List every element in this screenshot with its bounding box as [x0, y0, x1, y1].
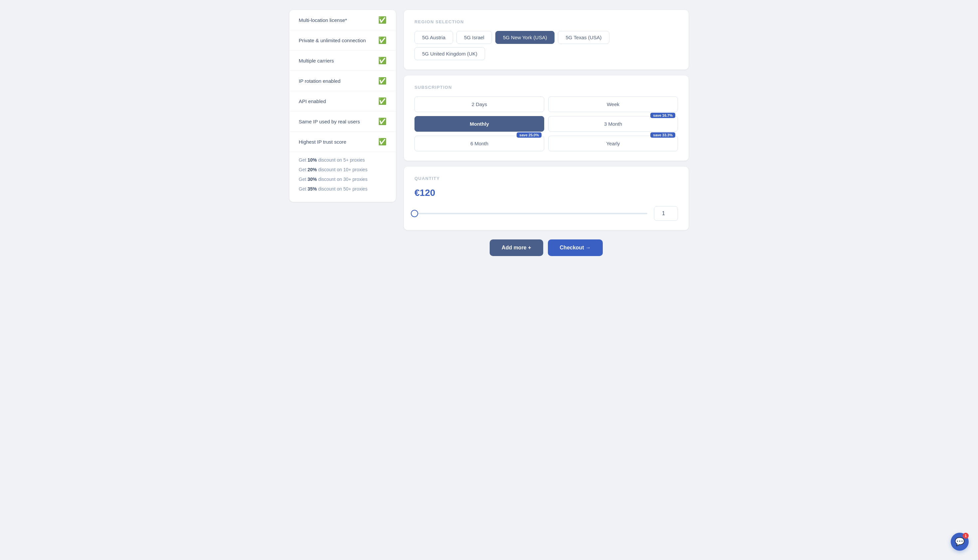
- feature-label: Multiple carriers: [299, 58, 334, 63]
- subscription-section-title: SUBSCRIPTION: [414, 85, 678, 90]
- chat-bubble[interactable]: 💬 1: [951, 533, 969, 551]
- check-icon: ✅: [378, 138, 387, 146]
- check-icon: ✅: [378, 36, 387, 44]
- region-selection-card: REGION SELECTION 5G Austria5G Israel5G N…: [404, 10, 689, 70]
- action-row: Add more + Checkout →: [404, 236, 689, 258]
- feature-item-same-ip: Same IP used by real users ✅: [289, 112, 396, 132]
- check-icon: ✅: [378, 77, 387, 85]
- sub-btn-wrap-week: Week: [548, 97, 678, 112]
- feature-item-private-unlimited: Private & unlimited connection ✅: [289, 30, 396, 50]
- quantity-card: QUANTITY €120: [404, 167, 689, 230]
- feature-item-ip-rotation: IP rotation enabled ✅: [289, 71, 396, 91]
- sub-btn-monthly[interactable]: Monthly: [414, 116, 544, 132]
- slider-track[interactable]: [414, 213, 648, 214]
- features-panel: Multi-location license* ✅ Private & unli…: [289, 10, 396, 202]
- region-section-title: REGION SELECTION: [414, 19, 678, 24]
- discount-row-d3: Get 30% discount on 30+ proxies: [299, 176, 387, 183]
- chat-badge: 1: [963, 533, 969, 539]
- region-btn-new-york[interactable]: 5G New York (USA): [495, 31, 555, 44]
- feature-label: IP rotation enabled: [299, 78, 340, 84]
- check-icon: ✅: [378, 117, 387, 125]
- sub-btn-wrap-6month: save 25.0%6 Month: [414, 136, 544, 151]
- feature-label: Highest IP trust score: [299, 139, 346, 145]
- region-btn-uk[interactable]: 5G United Kingdom (UK): [414, 47, 485, 60]
- quantity-section-title: QUANTITY: [414, 176, 678, 181]
- feature-label: Private & unlimited connection: [299, 38, 366, 43]
- region-grid: 5G Austria5G Israel5G New York (USA)5G T…: [414, 31, 678, 60]
- sub-btn-wrap-2days: 2 Days: [414, 97, 544, 112]
- region-btn-israel[interactable]: 5G Israel: [456, 31, 492, 44]
- price-display: €120: [414, 188, 678, 198]
- subscription-grid: 2 DaysWeekMonthlysave 16.7%3 Monthsave 2…: [414, 97, 678, 151]
- sub-btn-wrap-3month: save 16.7%3 Month: [548, 116, 678, 132]
- sub-btn-wrap-monthly: Monthly: [414, 116, 544, 132]
- sub-btn-wrap-yearly: save 33.3%Yearly: [548, 136, 678, 151]
- save-badge-yearly: save 33.3%: [650, 132, 675, 138]
- sub-btn-3month[interactable]: 3 Month: [548, 116, 678, 132]
- feature-label: Multi-location license*: [299, 17, 347, 23]
- quantity-input[interactable]: [654, 206, 678, 221]
- discounts-section: Get 10% discount on 5+ proxiesGet 20% di…: [289, 152, 396, 202]
- sub-btn-2days[interactable]: 2 Days: [414, 97, 544, 112]
- region-btn-austria[interactable]: 5G Austria: [414, 31, 453, 44]
- sub-btn-week[interactable]: Week: [548, 97, 678, 112]
- feature-label: API enabled: [299, 98, 326, 104]
- checkout-button[interactable]: Checkout →: [548, 240, 603, 256]
- subscription-card: SUBSCRIPTION 2 DaysWeekMonthlysave 16.7%…: [404, 75, 689, 161]
- save-badge-6month: save 25.0%: [517, 132, 542, 138]
- add-more-button[interactable]: Add more +: [490, 240, 543, 256]
- config-panel: REGION SELECTION 5G Austria5G Israel5G N…: [404, 10, 689, 258]
- chat-icon: 💬: [955, 537, 965, 547]
- feature-item-api-enabled: API enabled ✅: [289, 91, 396, 112]
- discount-row-d4: Get 35% discount on 50+ proxies: [299, 185, 387, 193]
- slider-thumb[interactable]: [411, 210, 418, 217]
- check-icon: ✅: [378, 16, 387, 24]
- feature-item-highest-trust: Highest IP trust score ✅: [289, 132, 396, 152]
- feature-item-multi-location: Multi-location license* ✅: [289, 10, 396, 30]
- discount-row-d1: Get 10% discount on 5+ proxies: [299, 157, 387, 163]
- discount-row-d2: Get 20% discount on 10+ proxies: [299, 166, 387, 173]
- quantity-slider-row: [414, 206, 678, 221]
- region-btn-texas[interactable]: 5G Texas (USA): [558, 31, 609, 44]
- check-icon: ✅: [378, 57, 387, 65]
- check-icon: ✅: [378, 97, 387, 105]
- sub-btn-yearly[interactable]: Yearly: [548, 136, 678, 151]
- save-badge-3month: save 16.7%: [650, 113, 675, 118]
- feature-item-multiple-carriers: Multiple carriers ✅: [289, 50, 396, 71]
- feature-label: Same IP used by real users: [299, 119, 360, 124]
- sub-btn-6month[interactable]: 6 Month: [414, 136, 544, 151]
